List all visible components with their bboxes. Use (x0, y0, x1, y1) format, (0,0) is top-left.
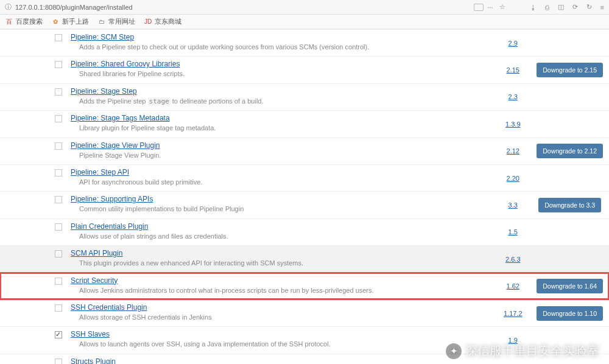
checkbox-cell (0, 83, 66, 110)
version-cell: 2.9 (491, 30, 534, 57)
url-text[interactable]: 127.0.0.1:8080/pluginManager/installed (15, 4, 133, 11)
checkbox-cell (0, 57, 66, 83)
version-cell: 2.15 (491, 57, 534, 83)
plugin-info-cell: Pipeline: Shared Groovy LibrariesShared … (66, 57, 491, 83)
enable-plugin-checkbox[interactable] (55, 250, 62, 257)
plugin-description: Adds the Pipeline step stage to delineat… (71, 97, 487, 106)
plugin-version-link[interactable]: 1.62 (507, 282, 519, 290)
page-actions-icon[interactable]: ··· (487, 4, 493, 11)
plugin-name-link[interactable]: Pipeline: Step API (71, 168, 129, 177)
plugin-name-link[interactable]: Structs Plugin (71, 357, 116, 364)
bookmark-label: 常用网址 (108, 17, 135, 26)
bookmark-label: 百度搜索 (16, 17, 43, 26)
plugin-info-cell: Script SecurityAllows Jenkins administra… (66, 273, 491, 299)
enable-plugin-checkbox[interactable] (55, 142, 62, 150)
plugin-row: Pipeline: Step APIAPI for asynchronous b… (0, 164, 609, 191)
library-icon[interactable]: ⎙ (545, 4, 549, 11)
checkbox-cell (0, 327, 66, 354)
plugin-version-link[interactable]: 1.9 (509, 337, 518, 344)
version-cell: 2.20 (491, 164, 534, 191)
downgrade-button[interactable]: Downgrade to 2.12 (537, 144, 603, 158)
refresh-icon[interactable]: ⟳ (572, 3, 578, 11)
plugin-description: Adds a Pipeline step to check out or upd… (71, 43, 487, 52)
bookmark-item[interactable]: ✿新手上路 (51, 17, 89, 26)
bookmark-icon: JD (144, 18, 152, 26)
plugin-name-link[interactable]: SSH Credentials Plugin (71, 303, 147, 312)
plugin-name-link[interactable]: SCM API Plugin (71, 249, 122, 257)
action-cell (534, 111, 609, 138)
action-cell (534, 327, 609, 354)
enable-plugin-checkbox[interactable] (55, 359, 62, 364)
sync-icon[interactable]: ↻ (586, 3, 592, 11)
checkbox-cell (0, 273, 66, 299)
plugin-version-link[interactable]: 3.3 (509, 201, 518, 209)
plugin-version-link[interactable]: 1.17.2 (504, 310, 523, 317)
action-cell (534, 164, 609, 191)
enable-plugin-checkbox[interactable] (55, 61, 62, 68)
plugin-version-link[interactable]: 2.15 (507, 66, 519, 74)
plugin-name-link[interactable]: Pipeline: Supporting APIs (71, 195, 153, 203)
plugin-name-link[interactable]: SSH Slaves (71, 330, 110, 338)
downgrade-button[interactable]: Downgrade to 1.10 (537, 306, 603, 321)
version-cell: 1.20 (491, 354, 534, 364)
action-cell (534, 354, 609, 364)
plugin-name-link[interactable]: Pipeline: Stage Tags Metadata (71, 114, 170, 122)
plugin-version-link[interactable]: 2.9 (509, 40, 518, 47)
bookmark-item[interactable]: 百百度搜索 (5, 17, 43, 26)
plugin-row: SSH SlavesAllows to launch agents over S… (0, 327, 609, 354)
bookmark-label: 新手上路 (62, 17, 89, 26)
version-cell: 1.62 (491, 273, 534, 299)
action-cell: Downgrade to 3.3 (534, 192, 609, 219)
plugin-name-link[interactable]: Plain Credentials Plugin (71, 222, 148, 231)
enable-plugin-checkbox[interactable] (55, 115, 62, 122)
enable-plugin-checkbox[interactable] (55, 169, 62, 177)
checkbox-cell (0, 219, 66, 245)
bookmark-item[interactable]: 🗀常用网址 (97, 17, 135, 26)
enable-plugin-checkbox[interactable] (55, 34, 62, 41)
checkbox-cell (0, 111, 66, 138)
menu-icon[interactable]: ≡ (600, 4, 604, 11)
plugin-description: Library plugin for Pipeline stage tag me… (71, 124, 487, 133)
plugin-row: SCM API PluginThis plugin provides a new… (0, 246, 609, 273)
enable-plugin-checkbox[interactable] (55, 88, 62, 96)
enable-plugin-checkbox[interactable] (55, 223, 62, 231)
plugin-name-link[interactable]: Pipeline: SCM Step (71, 33, 134, 41)
enable-plugin-checkbox[interactable] (55, 331, 62, 338)
reader-mode-icon[interactable] (474, 4, 484, 11)
sidebar-icon[interactable]: ◫ (558, 3, 564, 11)
plugin-version-link[interactable]: 2.6.3 (505, 256, 520, 263)
plugin-version-link[interactable]: 2.3 (509, 93, 518, 100)
bookmark-icon: 🗀 (97, 18, 106, 26)
plugin-name-link[interactable]: Pipeline: Shared Groovy Libraries (71, 60, 180, 68)
plugin-version-link[interactable]: 2.12 (507, 147, 519, 155)
plugin-manager-main: Pipeline: SCM StepAdds a Pipeline step t… (0, 29, 609, 364)
browser-right-controls: ⭳ ⎙ ◫ ⟳ ↻ ≡ (530, 3, 604, 11)
plugin-version-link[interactable]: 1.3.9 (505, 121, 520, 128)
plugin-row: Script SecurityAllows Jenkins administra… (0, 273, 609, 299)
plugin-description: Pipeline Stage View Plugin. (71, 151, 487, 160)
plugin-description: Allows Jenkins administrators to control… (71, 286, 487, 295)
checkbox-cell (0, 299, 66, 326)
action-cell: Downgrade to 2.12 (534, 138, 609, 164)
version-cell: 2.6.3 (491, 246, 534, 273)
download-icon[interactable]: ⭳ (530, 4, 537, 11)
plugin-name-link[interactable]: Pipeline: Stage View Plugin (71, 141, 160, 150)
plugin-name-link[interactable]: Script Security (71, 276, 118, 285)
downgrade-button[interactable]: Downgrade to 2.15 (537, 63, 603, 77)
action-cell (534, 83, 609, 110)
plugin-version-link[interactable]: 2.20 (507, 175, 519, 182)
enable-plugin-checkbox[interactable] (55, 196, 62, 203)
plugin-name-link[interactable]: Pipeline: Stage Step (71, 87, 137, 96)
action-cell: Downgrade to 1.10 (534, 299, 609, 326)
plugin-description: API for asynchronous build step primitiv… (71, 178, 487, 187)
plugin-version-link[interactable]: 1.5 (509, 228, 518, 236)
bookmark-star-icon[interactable]: ☆ (499, 3, 505, 11)
enable-plugin-checkbox[interactable] (55, 278, 62, 285)
bookmark-item[interactable]: JD京东商城 (144, 17, 181, 26)
bookmark-label: 京东商城 (155, 17, 181, 26)
info-icon[interactable]: ⓘ (5, 2, 12, 12)
downgrade-button[interactable]: Downgrade to 3.3 (538, 198, 601, 212)
plugin-description: This plugin provides a new enhanced API … (71, 259, 487, 268)
enable-plugin-checkbox[interactable] (55, 304, 62, 312)
downgrade-button[interactable]: Downgrade to 1.64 (537, 279, 603, 293)
